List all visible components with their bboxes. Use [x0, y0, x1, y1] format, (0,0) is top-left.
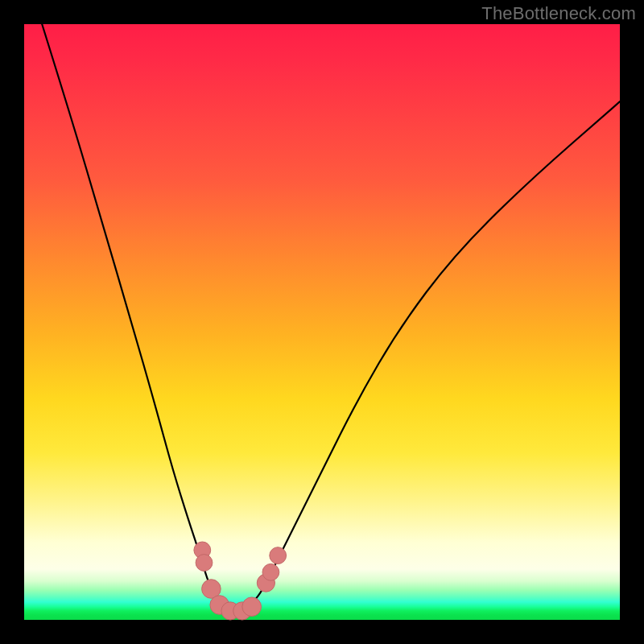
chart-frame: TheBottleneck.com: [0, 0, 644, 644]
curve-marker: [270, 547, 287, 564]
marker-group: [194, 542, 287, 620]
curve-layer: [24, 24, 620, 620]
curve-marker: [196, 555, 213, 572]
bottleneck-curve: [42, 24, 620, 611]
watermark-text: TheBottleneck.com: [481, 3, 636, 24]
curve-marker: [262, 564, 279, 580]
curve-marker: [242, 597, 262, 617]
